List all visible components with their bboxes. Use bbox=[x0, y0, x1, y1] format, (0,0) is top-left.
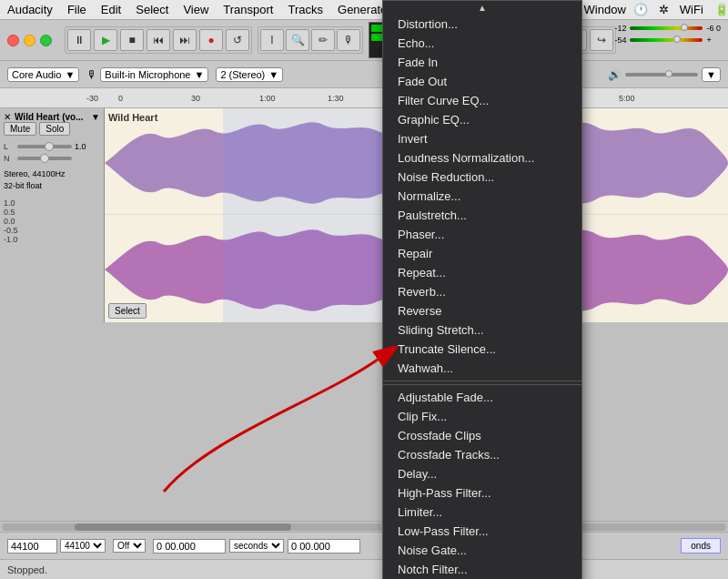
effect-limiter[interactable]: Limiter... bbox=[383, 503, 581, 522]
play-button[interactable]: ▶ bbox=[94, 29, 117, 51]
effect-paulstretch[interactable]: Paulstretch... bbox=[383, 206, 581, 225]
close-button[interactable] bbox=[7, 35, 19, 46]
mute-button[interactable]: Mute bbox=[4, 122, 36, 136]
project-rate-input[interactable]: 44100 bbox=[7, 539, 57, 554]
effect-distortion[interactable]: Distortion... bbox=[383, 15, 581, 34]
effect-noise-gate[interactable]: Noise Gate... bbox=[383, 541, 581, 560]
time-unit-dropdown[interactable]: seconds bbox=[229, 539, 284, 553]
rate-dropdown[interactable]: 44100 bbox=[60, 539, 106, 553]
ruler-tick-0: 0 bbox=[118, 94, 123, 103]
minimize-button[interactable] bbox=[24, 35, 35, 46]
pan-slider[interactable] bbox=[17, 157, 72, 160]
menu-bar: Audacity File Edit Select View Transport… bbox=[0, 0, 728, 20]
input-vol-max: -6 0 bbox=[706, 24, 721, 33]
effect-fade-in[interactable]: Fade In bbox=[383, 53, 581, 72]
effect-reverb[interactable]: Reverb... bbox=[383, 282, 581, 301]
h-scrollbar[interactable] bbox=[0, 521, 728, 532]
effect-high-pass[interactable]: High-Pass Filter... bbox=[383, 483, 581, 503]
snap-dropdown[interactable]: Off bbox=[113, 539, 146, 553]
output-vol-slider[interactable] bbox=[625, 73, 698, 76]
gain-slider[interactable] bbox=[17, 145, 72, 148]
effect-sliding-stretch[interactable]: Sliding Stretch... bbox=[383, 320, 581, 340]
scale-1: 1.0 bbox=[4, 198, 100, 208]
menu-transport[interactable]: Transport bbox=[216, 1, 280, 18]
back-button[interactable]: ⏮ bbox=[147, 29, 170, 51]
effect-loudness[interactable]: Loudness Normalization... bbox=[383, 148, 581, 168]
zoom-tool[interactable]: 🔍 bbox=[286, 29, 309, 51]
effect-graphic-eq[interactable]: Graphic EQ... bbox=[383, 110, 581, 129]
end-time-input[interactable] bbox=[288, 539, 360, 554]
effect-crossfade-tracks[interactable]: Crossfade Tracks... bbox=[383, 445, 581, 464]
effect-low-pass[interactable]: Low-Pass Filter... bbox=[383, 522, 581, 541]
channels-dropdown-icon: ▼ bbox=[268, 69, 278, 80]
channels-select[interactable]: 2 (Stereo) ▼ bbox=[216, 67, 283, 82]
effect-crossfade-clips[interactable]: Crossfade Clips bbox=[383, 426, 581, 445]
start-time-input[interactable] bbox=[153, 539, 226, 554]
redo-tool[interactable]: ↪ bbox=[590, 29, 613, 51]
menu-audacity[interactable]: Audacity bbox=[0, 1, 60, 18]
ruler-tick-30: 30 bbox=[191, 94, 200, 103]
audio-host-select[interactable]: Core Audio ▼ bbox=[7, 67, 79, 82]
effect-truncate-silence[interactable]: Truncate Silence... bbox=[383, 340, 581, 359]
record-button[interactable]: ● bbox=[199, 29, 223, 51]
scale-0: 0.0 bbox=[4, 217, 100, 226]
rate-value-area: 44100 44100 bbox=[7, 539, 106, 554]
effect-echo[interactable]: Echo... bbox=[383, 34, 581, 53]
output-slider-thumb[interactable] bbox=[673, 36, 681, 43]
effect-menu: ▲ Distortion... Echo... Fade In Fade Out… bbox=[382, 0, 582, 579]
effect-repeat[interactable]: Repeat... bbox=[383, 263, 581, 282]
menu-divider-1 bbox=[383, 381, 581, 381]
track-stereo: Stereo, 44100Hz bbox=[4, 168, 100, 180]
effect-phaser[interactable]: Phaser... bbox=[383, 225, 581, 244]
effect-adjustable-fade[interactable]: Adjustable Fade... bbox=[383, 384, 581, 407]
menu-file[interactable]: File bbox=[60, 1, 94, 18]
menu-select[interactable]: Select bbox=[128, 1, 176, 18]
scrollbar-thumb[interactable] bbox=[75, 523, 292, 531]
ibeam-tool[interactable]: I bbox=[260, 29, 284, 51]
draw-tool[interactable]: ✏ bbox=[311, 29, 335, 51]
effect-delay[interactable]: Delay... bbox=[383, 464, 581, 483]
transport-controls: ⏸ ▶ ■ ⏮ ⏭ ● ↺ bbox=[65, 26, 252, 54]
status-bar: Stopped. bbox=[0, 559, 728, 579]
input-device-label: Built-in Microphone bbox=[105, 69, 190, 80]
effect-reverse[interactable]: Reverse bbox=[383, 301, 581, 320]
output-vol-max: + bbox=[706, 36, 711, 45]
menu-edit[interactable]: Edit bbox=[94, 1, 128, 18]
track-area: ✕ Wild Heart (vo... ▼ Mute Solo L 1.0 N … bbox=[0, 108, 728, 322]
mute-solo-buttons: Mute Solo bbox=[4, 122, 100, 136]
scrollbar-track[interactable] bbox=[2, 523, 726, 531]
effect-invert[interactable]: Invert bbox=[383, 129, 581, 148]
track-menu-icon[interactable]: ▼ bbox=[91, 112, 100, 122]
audio-host-label: Core Audio bbox=[12, 69, 61, 80]
menu-tracks[interactable]: Tracks bbox=[280, 1, 330, 18]
stop-button[interactable]: ■ bbox=[120, 29, 144, 51]
maximize-button[interactable] bbox=[40, 35, 52, 46]
status-text: Stopped. bbox=[7, 564, 47, 575]
effect-wahwah[interactable]: Wahwah... bbox=[383, 359, 581, 378]
effect-clip-fix[interactable]: Clip Fix... bbox=[383, 407, 581, 426]
mic-tool[interactable]: 🎙 bbox=[337, 29, 360, 51]
menu-view[interactable]: View bbox=[176, 1, 216, 18]
battery-icon: 🔋 bbox=[714, 3, 728, 16]
input-slider-thumb[interactable] bbox=[681, 24, 688, 31]
input-device-select[interactable]: Built-in Microphone ▼ bbox=[100, 67, 208, 82]
menu-window[interactable]: Window bbox=[577, 1, 633, 18]
gain-controls: -12 -6 0 -54 + bbox=[614, 24, 721, 45]
effect-repair[interactable]: Repair bbox=[383, 244, 581, 263]
solo-button[interactable]: Solo bbox=[39, 122, 70, 136]
effect-fade-out[interactable]: Fade Out bbox=[383, 72, 581, 91]
effect-notch-filter[interactable]: Notch Filter... bbox=[383, 560, 581, 579]
output-vol-label: -54 bbox=[614, 36, 626, 45]
forward-button[interactable]: ⏭ bbox=[173, 29, 197, 51]
loop-button[interactable]: ↺ bbox=[226, 29, 249, 51]
select-button[interactable]: Select bbox=[108, 303, 147, 319]
scale-n1: -1.0 bbox=[4, 235, 100, 244]
pause-button[interactable]: ⏸ bbox=[67, 29, 91, 51]
scale-n05: -0.5 bbox=[4, 226, 100, 235]
output-device-select[interactable]: ▼ bbox=[702, 67, 721, 82]
effect-noise-reduction[interactable]: Noise Reduction... bbox=[383, 168, 581, 187]
track-clip-name: Wild Heart bbox=[108, 112, 157, 123]
effect-filter-curve[interactable]: Filter Curve EQ... bbox=[383, 91, 581, 110]
track-close-icon[interactable]: ✕ bbox=[4, 112, 11, 122]
effect-normalize[interactable]: Normalize... bbox=[383, 187, 581, 206]
